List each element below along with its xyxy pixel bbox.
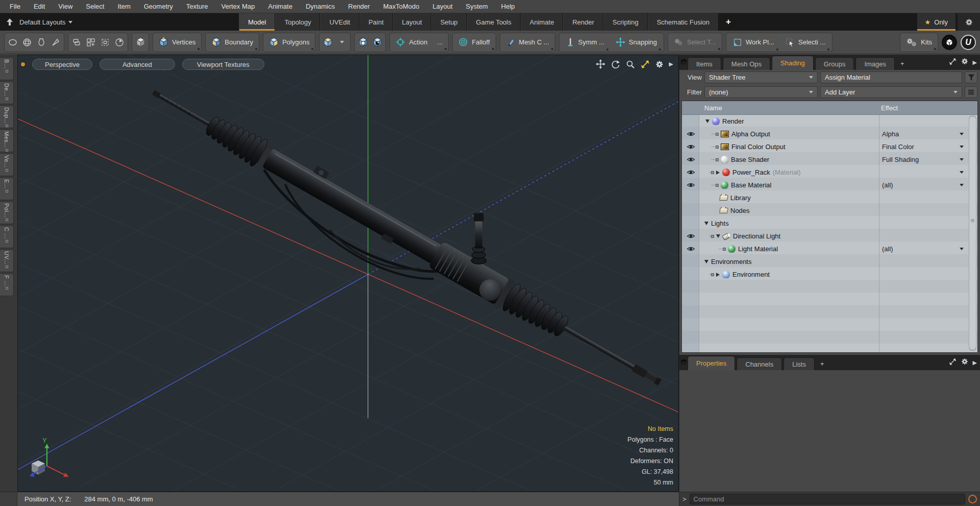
menu-vertex-map[interactable]: Vertex Map [214,3,261,10]
viewport-more-chevron-icon[interactable]: ▶ [669,61,673,67]
tree-row-light-material[interactable]: Light Material (all) [682,243,968,255]
expander-closed-icon[interactable] [716,273,720,277]
tab-channels[interactable]: Channels [737,357,782,370]
action-center-button[interactable]: Action ... [389,33,449,52]
expander-open-icon[interactable] [704,222,708,225]
only-button[interactable]: ★ Only [917,13,955,31]
effect-dropdown[interactable]: Alpha [879,130,968,138]
filter-funnel-button[interactable] [965,71,977,83]
eye-icon[interactable] [687,143,695,150]
filter-dropdown[interactable]: (none) [704,86,818,98]
kits-button[interactable]: Kits [900,33,938,52]
tree-row-alpha-output[interactable]: Alpha Output Alpha [682,128,968,140]
sphere-tool-icon[interactable] [20,34,34,51]
item-mode-dropdown[interactable] [335,34,349,51]
tree-row-environment[interactable]: Environment [682,268,968,281]
marquee-icon[interactable] [98,34,112,51]
panel-menu-notch[interactable] [681,359,687,365]
panel-gear-icon[interactable] [961,358,968,367]
tab-setup[interactable]: Setup [431,13,467,31]
select-through-button[interactable]: Select T... [668,33,722,52]
left-tab-deform[interactable]: De... [0,81,14,104]
add-properties-tab-button[interactable]: + [816,357,828,370]
viewport-settings-gear-icon[interactable] [655,60,664,68]
eye-icon[interactable] [687,246,695,252]
eye-icon[interactable] [687,169,695,176]
tab-images[interactable]: Images [855,57,895,70]
left-tab-polygon[interactable]: Pol... [0,201,14,224]
symmetry-button[interactable]: Symm ... [560,33,610,52]
command-input[interactable] [690,494,965,504]
panel-maximize-icon[interactable] [949,358,957,368]
left-tab-falloff[interactable]: F ... [0,273,14,296]
effect-column-header[interactable]: Effect [881,104,898,112]
menu-animate[interactable]: Animate [261,3,299,10]
viewport-3d[interactable]: Y Perspective Advanced Viewport Textures… [17,55,679,492]
item-cube-icon[interactable] [321,34,335,51]
left-tab-curves[interactable]: C ... [0,225,14,248]
pivot-cube-icon[interactable] [370,34,384,51]
add-panel-tab-button[interactable]: + [896,57,909,70]
expander-open-icon[interactable] [704,260,708,263]
tab-mesh-ops[interactable]: Mesh Ops [723,57,770,70]
tab-scripting[interactable]: Scripting [603,13,648,31]
panel-gear-icon[interactable] [961,58,968,67]
promote-layout-icon[interactable] [0,13,19,31]
tree-row-nodes[interactable]: Nodes [682,204,968,217]
viewport-menu-dot-icon[interactable] [21,62,25,66]
tree-row-directional-light[interactable]: Directional Light [682,230,968,243]
menu-file[interactable]: File [3,3,27,10]
menu-dynamics[interactable]: Dynamics [299,3,341,10]
shader-view-dropdown[interactable]: Shader Tree [704,71,818,83]
effect-dropdown[interactable]: (all) [879,181,968,189]
menu-geometry[interactable]: Geometry [137,3,180,10]
polygons-mode-button[interactable]: Polygons [263,33,315,52]
menu-texture[interactable]: Texture [180,3,215,10]
shading-mode-button[interactable]: Advanced [100,59,175,70]
tree-row-final-color-output[interactable]: Final Color Output Final Color [682,140,968,153]
tab-schematic-fusion[interactable]: Schematic Fusion [648,13,719,31]
orbit-icon[interactable] [611,60,620,69]
layout-settings-button[interactable] [958,13,980,31]
panel-menu-notch[interactable] [681,59,687,65]
pan-icon[interactable] [596,59,605,69]
tree-scrollbar[interactable] [969,115,976,351]
macro-record-icon[interactable] [968,495,977,503]
tab-uvedit[interactable]: UVEdit [320,13,359,31]
ellipse-tool-icon[interactable] [6,34,20,51]
menu-maxtomodo[interactable]: MaxToModo [377,3,426,10]
layers-icon[interactable] [69,34,84,51]
work-plane-button[interactable]: Work Pl... [727,33,780,52]
assign-material-button[interactable]: Assign Material [820,71,962,83]
vase-tool-icon[interactable] [34,34,48,51]
left-tab-mesh[interactable]: Mes... [0,129,14,152]
tab-layout[interactable]: Layout [393,13,431,31]
tab-topology[interactable]: Topology [275,13,320,31]
expander-open-icon[interactable] [716,234,720,238]
tab-model[interactable]: Model [239,13,275,31]
menu-help[interactable]: Help [495,3,522,10]
menu-view[interactable]: View [52,3,79,10]
perspective-button[interactable]: Perspective [32,59,92,70]
list-options-button[interactable] [965,86,977,98]
maximize-viewport-icon[interactable] [641,60,650,69]
tab-shading[interactable]: Shading [772,56,814,70]
tab-lists[interactable]: Lists [783,357,815,370]
unreal-button[interactable]: U [961,35,976,50]
eye-icon[interactable] [687,233,695,239]
tree-row-environments[interactable]: Environments [682,255,968,268]
tab-groups[interactable]: Groups [815,57,854,70]
menu-system[interactable]: System [459,3,495,10]
menu-select[interactable]: Select [79,3,111,10]
boundary-mode-button[interactable]: Boundary [205,33,259,52]
menu-render[interactable]: Render [341,3,377,10]
clock-icon[interactable] [112,34,127,51]
tree-row-library[interactable]: Library [682,191,968,204]
tab-render[interactable]: Render [563,13,603,31]
add-layer-dropdown[interactable]: Add Layer [820,86,962,98]
left-tab-duplicate[interactable]: Dup... [0,105,14,128]
tab-properties[interactable]: Properties [688,356,735,370]
pen-tool-icon[interactable] [48,34,63,51]
effect-dropdown[interactable]: Full Shading [879,156,968,163]
panel-more-chevron-icon[interactable]: ▶ [973,59,977,66]
